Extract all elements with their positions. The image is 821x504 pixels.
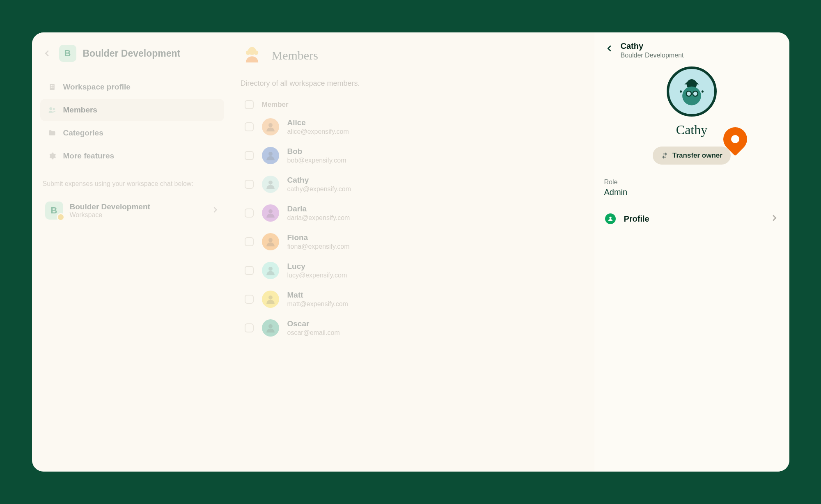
member-avatar [262,233,279,250]
member-checkbox[interactable] [245,266,254,275]
member-avatar [262,118,279,135]
member-email: lucy@expensify.com [287,272,347,279]
member-name: Oscar [287,319,340,328]
member-checkbox[interactable] [245,237,254,246]
svg-point-8 [245,50,250,55]
detail-header: Cathy Boulder Development [604,41,780,59]
member-name: Fiona [287,233,350,242]
role-value: Admin [604,188,780,197]
select-all-checkbox[interactable] [245,100,254,109]
member-row[interactable]: Alicealice@expensify.com [241,112,583,141]
member-name: Cathy [287,176,351,185]
sidebar-item-label: More features [63,151,115,160]
app-window: B Boulder Development Workspace profile … [32,32,789,472]
member-checkbox[interactable] [245,180,254,189]
member-checkbox[interactable] [245,208,254,218]
member-checkbox[interactable] [245,323,254,332]
members-header: Members [241,42,583,71]
member-avatar-large [667,66,717,117]
svg-rect-3 [50,87,52,88]
member-row[interactable]: Bobbob@expensify.com [241,141,583,170]
member-name: Alice [287,118,349,127]
role-label: Role [604,179,780,186]
sidebar: B Boulder Development Workspace profile … [32,32,229,472]
folder-icon [48,128,57,137]
svg-point-24 [609,217,611,219]
members-title: Members [272,48,318,62]
building-icon [48,82,57,92]
profile-link-row[interactable]: Profile [604,210,780,227]
people-icon [48,105,57,115]
sidebar-header: B Boulder Development [40,42,224,69]
svg-point-22 [680,90,682,92]
members-list: Alicealice@expensify.comBobbob@expensify… [241,112,583,342]
member-avatar [262,204,279,222]
role-block: Role Admin [604,179,780,197]
member-email: daria@expensify.com [287,214,350,222]
member-row[interactable]: Cathycathy@expensify.com [241,170,583,199]
member-detail-panel: Cathy Boulder Development Cathy [594,32,789,472]
member-avatar [262,147,279,164]
detail-subtitle: Boulder Development [621,52,684,59]
svg-rect-4 [52,87,53,88]
svg-point-15 [268,267,273,271]
gear-icon [48,151,57,160]
svg-point-20 [686,91,691,96]
workspace-title: Boulder Development [83,48,181,59]
member-avatar [262,176,279,193]
svg-point-14 [268,238,273,242]
sidebar-item-categories[interactable]: Categories [40,122,224,144]
profile-link-label: Profile [624,214,649,224]
detail-back-button[interactable] [604,43,615,54]
workspace-avatar: B [59,45,76,62]
member-checkbox[interactable] [245,122,254,131]
svg-point-23 [702,90,704,92]
members-illustration-icon [241,44,264,67]
transfer-owner-label: Transfer owner [672,151,722,160]
detail-title: Cathy [621,41,684,51]
svg-point-13 [268,209,273,213]
sidebar-item-label: Workspace profile [63,82,131,92]
svg-point-5 [49,107,52,110]
workspace-chat-title: Boulder Development [70,202,150,211]
member-avatar [262,291,279,308]
sidebar-item-label: Categories [63,128,103,137]
member-row[interactable]: Fionafiona@expensify.com [241,227,583,256]
transfer-icon [661,152,668,159]
svg-point-6 [53,108,55,110]
member-email: bob@expensify.com [287,157,346,164]
member-row[interactable]: Dariadaria@expensify.com [241,199,583,227]
svg-point-17 [268,324,273,328]
profile-display-name: Cathy [676,122,707,137]
members-subtitle: Directory of all workspace members. [241,79,583,88]
member-checkbox[interactable] [245,295,254,304]
sidebar-nav: Workspace profile Members Categories Mor… [40,76,224,167]
member-email: fiona@expensify.com [287,243,350,250]
member-row[interactable]: Mattmatt@expensify.com [241,285,583,314]
sidebar-item-more-features[interactable]: More features [40,145,224,167]
member-checkbox[interactable] [245,151,254,160]
member-name: Matt [287,291,348,300]
sidebar-item-label: Members [63,105,97,115]
workspace-chat-link[interactable]: B Boulder Development Workspace [40,197,224,225]
member-name: Daria [287,204,350,213]
transfer-owner-button[interactable]: Transfer owner [653,147,731,165]
svg-point-21 [693,91,698,96]
svg-point-11 [268,152,273,156]
chevron-right-icon [211,206,219,215]
chevron-right-icon [770,213,779,224]
member-row[interactable]: Oscaroscar@email.com [241,314,583,342]
sidebar-item-members[interactable]: Members [40,99,224,121]
members-list-header: Member [241,97,583,112]
back-icon[interactable] [42,48,53,59]
profile-icon [605,213,616,224]
svg-point-19 [682,87,701,105]
member-email: oscar@email.com [287,329,340,337]
sidebar-item-workspace-profile[interactable]: Workspace profile [40,76,224,98]
svg-point-12 [268,181,273,185]
members-panel: Members Directory of all workspace membe… [229,32,594,472]
svg-rect-1 [50,85,52,86]
member-name: Lucy [287,262,347,271]
member-row[interactable]: Lucylucy@expensify.com [241,256,583,285]
profile-block: Cathy Transfer owner [604,66,780,165]
